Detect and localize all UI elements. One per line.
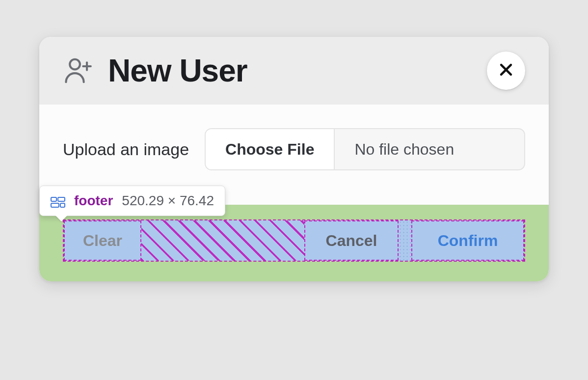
clear-button[interactable]: Clear bbox=[64, 220, 141, 261]
upload-label: Upload an image bbox=[63, 140, 189, 159]
confirm-button[interactable]: Confirm bbox=[411, 220, 524, 261]
user-plus-icon bbox=[63, 55, 93, 86]
svg-point-0 bbox=[70, 59, 80, 70]
file-input[interactable]: Choose File No file chosen bbox=[205, 128, 525, 170]
dialog-title: New User bbox=[108, 53, 472, 89]
devtools-element-tooltip: footer 520.29 × 76.42 bbox=[39, 186, 225, 216]
svg-rect-5 bbox=[51, 197, 56, 201]
svg-rect-6 bbox=[58, 197, 65, 201]
close-icon bbox=[498, 61, 514, 80]
close-button[interactable] bbox=[487, 52, 525, 90]
file-status: No file chosen bbox=[335, 129, 524, 169]
dialog-header: New User bbox=[39, 37, 549, 105]
inspect-element-dimensions: 520.29 × 76.42 bbox=[122, 193, 214, 209]
flex-badge-icon bbox=[51, 195, 65, 206]
svg-rect-8 bbox=[60, 203, 65, 207]
flex-spacer bbox=[141, 220, 304, 261]
new-user-dialog: New User Upload an image Choose File No … bbox=[39, 37, 549, 281]
inspect-element-tag: footer bbox=[74, 193, 113, 209]
svg-rect-7 bbox=[51, 203, 59, 207]
flex-gap bbox=[399, 220, 411, 261]
dialog-footer: Clear Cancel Confirm bbox=[39, 205, 549, 281]
choose-file-button[interactable]: Choose File bbox=[206, 129, 335, 169]
cancel-button[interactable]: Cancel bbox=[304, 220, 399, 261]
footer-flex-container: Clear Cancel Confirm bbox=[63, 219, 525, 262]
